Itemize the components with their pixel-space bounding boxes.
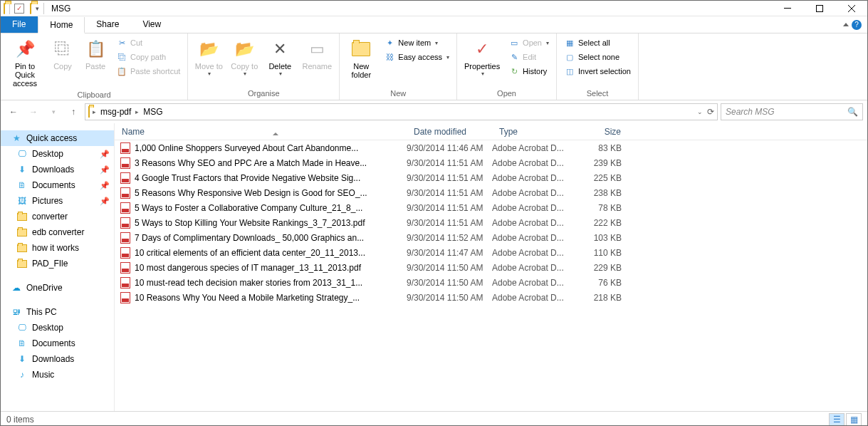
file-row[interactable]: 7 Days of Complimentary Downloads_ 50,00… — [115, 230, 867, 245]
file-row[interactable]: 10 critical elements of an efficient dat… — [115, 245, 867, 260]
sort-ascending-icon — [273, 123, 278, 135]
collapse-ribbon-icon[interactable] — [843, 23, 849, 26]
file-row[interactable]: 10 most dangerous species of IT manager_… — [115, 260, 867, 275]
file-size: 238 KB — [577, 188, 627, 198]
column-header-name[interactable]: Name — [115, 127, 407, 137]
onedrive-icon: ☁ — [11, 282, 22, 293]
sidebar-item-pc-desktop[interactable]: 🖵 Desktop — [1, 320, 114, 336]
desktop-icon: 🖵 — [16, 148, 28, 160]
move-to-button[interactable]: 📂 Move to▾ — [192, 36, 225, 78]
sidebar-item-pictures[interactable]: 🖼 Pictures 📌 — [1, 193, 114, 209]
file-row[interactable]: 10 must-read tech decision maker stories… — [115, 275, 867, 290]
file-row[interactable]: 3 Reasons Why SEO and PPC Are a Match Ma… — [115, 155, 867, 170]
sidebar-item-desktop[interactable]: 🖵 Desktop 📌 — [1, 146, 114, 162]
search-input[interactable]: Search MSG 🔍 — [721, 103, 863, 120]
address-dropdown-icon[interactable]: ⌄ — [697, 108, 703, 115]
svg-rect-1 — [816, 5, 822, 11]
properties-button[interactable]: ✓ Properties▾ — [461, 36, 503, 78]
sidebar-item-pc-music[interactable]: ♪ Music — [1, 367, 114, 383]
paste-shortcut-icon: 📋 — [116, 66, 127, 77]
cut-button[interactable]: ✂Cut — [113, 36, 183, 49]
sidebar-item-downloads[interactable]: ⬇ Downloads 📌 — [1, 162, 114, 177]
qat-folder-icon[interactable] — [30, 4, 31, 14]
forward-button[interactable]: → — [25, 103, 42, 120]
easy-access-button[interactable]: ⛓Easy access▾ — [381, 51, 452, 63]
file-row[interactable]: 1,000 Online Shoppers Surveyed About Car… — [115, 140, 867, 155]
close-button[interactable] — [835, 1, 867, 16]
column-header-size[interactable]: Size — [577, 127, 627, 137]
edit-button[interactable]: ✎Edit — [506, 51, 552, 63]
file-row[interactable]: 5 Ways to Stop Killing Your Website Rank… — [115, 215, 867, 230]
file-size: 222 KB — [577, 218, 627, 228]
chevron-right-icon[interactable]: ▸ — [90, 108, 99, 115]
view-large-icons-button[interactable]: ▦ — [846, 413, 862, 426]
refresh-icon[interactable]: ⟳ — [707, 107, 714, 117]
sidebar-item-pc-documents[interactable]: 🗎 Documents — [1, 336, 114, 351]
up-button[interactable]: ↑ — [65, 103, 82, 120]
view-details-button[interactable]: ☰ — [829, 413, 845, 426]
file-date: 9/30/2014 11:51 AM — [407, 188, 492, 198]
sidebar-item-edb-converter[interactable]: edb converter — [1, 224, 114, 240]
sidebar-item-pad-file[interactable]: PAD_FIle — [1, 256, 114, 271]
paste-shortcut-button[interactable]: 📋Paste shortcut — [113, 65, 183, 78]
open-icon: ▭ — [508, 37, 520, 48]
file-name: 1,000 Online Shoppers Surveyed About Car… — [135, 143, 358, 153]
folder-icon — [16, 227, 28, 238]
delete-button[interactable]: ✕ Delete▾ — [263, 36, 296, 78]
breadcrumb-seg-1[interactable]: msg-pdf — [99, 107, 132, 117]
column-header-date[interactable]: Date modified — [407, 127, 492, 137]
pdf-icon — [120, 157, 130, 169]
music-icon: ♪ — [16, 369, 28, 380]
file-row[interactable]: 10 Reasons Why You Need a Mobile Marketi… — [115, 290, 867, 305]
invert-selection-button[interactable]: ◫Invert selection — [561, 65, 634, 78]
file-name: 10 Reasons Why You Need a Mobile Marketi… — [135, 293, 360, 303]
maximize-button[interactable] — [803, 1, 835, 16]
tab-share[interactable]: Share — [85, 16, 131, 33]
recent-locations-button[interactable]: ▾ — [45, 103, 62, 120]
sidebar-item-this-pc[interactable]: 🖳 This PC — [1, 304, 114, 320]
copy-path-button[interactable]: ⿻Copy path — [113, 51, 183, 63]
file-row[interactable]: 4 Google Trust Factors that Provide Nega… — [115, 170, 867, 185]
qat-dropdown-icon[interactable]: ▾ — [36, 5, 39, 12]
copy-button[interactable]: ⿻ Copy — [48, 36, 78, 72]
column-header-type[interactable]: Type — [492, 127, 577, 137]
new-folder-button[interactable]: New folder — [344, 36, 378, 80]
file-name: 4 Google Trust Factors that Provide Nega… — [135, 173, 360, 183]
copy-to-button[interactable]: 📂 Copy to▾ — [228, 36, 261, 78]
sidebar-item-quick-access[interactable]: ★ Quick access — [1, 130, 114, 146]
history-button[interactable]: ↻History — [506, 65, 552, 78]
tab-view[interactable]: View — [131, 16, 173, 33]
select-all-button[interactable]: ▦Select all — [561, 36, 634, 49]
rename-button[interactable]: ▭ Rename — [299, 36, 335, 72]
open-button[interactable]: ▭Open▾ — [506, 36, 552, 49]
sidebar-item-onedrive[interactable]: ☁ OneDrive — [1, 280, 114, 296]
file-row[interactable]: 5 Ways to Foster a Collaborative Company… — [115, 200, 867, 215]
sidebar-item-how-it-works[interactable]: how it works — [1, 240, 114, 256]
file-date: 9/30/2014 11:51 AM — [407, 173, 492, 183]
chevron-right-icon[interactable]: ▸ — [132, 108, 142, 115]
new-item-button[interactable]: ✦New item▾ — [381, 36, 452, 49]
sidebar-item-converter[interactable]: converter — [1, 209, 114, 224]
file-date: 9/30/2014 11:50 AM — [407, 278, 492, 288]
downloads-icon: ⬇ — [16, 353, 28, 365]
file-size: 103 KB — [577, 233, 627, 243]
file-name: 5 Ways to Stop Killing Your Website Rank… — [135, 218, 365, 228]
help-icon[interactable]: ? — [852, 20, 862, 30]
tab-home[interactable]: Home — [38, 17, 85, 33]
sidebar-item-pc-downloads[interactable]: ⬇ Downloads — [1, 351, 114, 367]
paste-button[interactable]: 📋 Paste — [80, 36, 110, 72]
pdf-icon — [120, 187, 130, 199]
sidebar-item-documents[interactable]: 🗎 Documents 📌 — [1, 177, 114, 193]
file-row[interactable]: 5 Reasons Why Responsive Web Design is G… — [115, 185, 867, 200]
address-bar[interactable]: ▸ msg-pdf ▸ MSG ⌄ ⟳ — [85, 103, 718, 120]
breadcrumb-seg-2[interactable]: MSG — [142, 107, 164, 117]
pin-to-quick-access-button[interactable]: 📌 Pin to Quick access — [5, 36, 45, 89]
qat-properties-icon[interactable]: ✓ — [14, 4, 24, 14]
file-size: 225 KB — [577, 173, 627, 183]
back-button[interactable]: ← — [5, 103, 22, 120]
minimize-button[interactable] — [771, 1, 803, 16]
file-name: 5 Ways to Foster a Collaborative Company… — [135, 203, 362, 213]
pin-icon: 📌 — [100, 197, 110, 206]
tab-file[interactable]: File — [1, 16, 38, 33]
select-none-button[interactable]: ▢Select none — [561, 51, 634, 63]
